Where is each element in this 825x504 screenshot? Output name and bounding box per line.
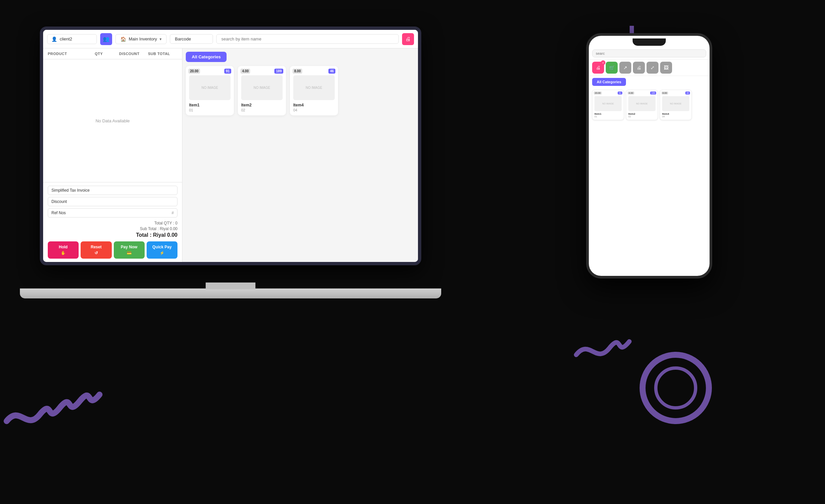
hold-icon: ✋ <box>61 251 66 255</box>
pos-header: 👤 client2 👥 🏠 Main Inventory ▾ Barcode 🖨 <box>43 30 418 49</box>
total-qty: Total QTY : 0 <box>48 221 177 226</box>
product-price-badge: 8.00 <box>293 69 302 74</box>
phone-product-code: 02 <box>628 115 656 118</box>
inventory-name: Main Inventory <box>129 36 157 41</box>
cart-col-product: PRODUCT <box>48 52 93 56</box>
phone-search-bar <box>589 48 709 60</box>
phone-product-price: 8.00 <box>662 91 668 94</box>
product-card[interactable]: 8.00 46 NO IMAGE Item4 04 <box>290 66 338 115</box>
svg-point-1 <box>656 368 696 408</box>
phone-product-stock: 189 <box>650 91 656 94</box>
reset-button[interactable]: Reset ↺ <box>81 241 111 259</box>
inventory-selector[interactable]: 🏠 Main Inventory ▾ <box>116 34 166 44</box>
phone-product-image: NO IMAGE <box>628 96 656 111</box>
products-grid: 20.00 91 NO IMAGE Item1 01 4.00 189 NO I… <box>186 66 415 115</box>
phone-product-name: Item4 <box>662 112 689 115</box>
product-price-badge: 4.00 <box>240 69 250 74</box>
phone-search-input[interactable] <box>592 50 706 57</box>
pay-now-icon: 💳 <box>127 251 132 255</box>
phone-device: 🖨 0 🛒 ↗ 🖨 ⤢ 🖼 All Categories 20.00 91 NO… <box>586 33 712 278</box>
wave-left-decoration <box>0 338 116 438</box>
action-buttons: Hold ✋ Reset ↺ Pay Now 💳 <box>48 241 177 259</box>
phone-action-bar: 🖨 0 🛒 ↗ 🖨 ⤢ 🖼 <box>589 60 709 76</box>
product-image: NO IMAGE <box>293 75 335 100</box>
quick-pay-icon: ⚡ <box>160 251 164 255</box>
hold-button[interactable]: Hold ✋ <box>48 241 79 259</box>
phone-product-code: 01 <box>594 115 622 118</box>
hold-label: Hold <box>59 245 68 249</box>
sub-total: Sub Total : Riyal 0.00 <box>48 227 177 231</box>
client-name: client2 <box>60 36 72 41</box>
chevron-down-icon: ▾ <box>160 37 161 41</box>
wave-right-decoration <box>559 322 726 471</box>
categories-bar: All Categories <box>186 52 415 62</box>
product-price-badge: 20.00 <box>189 69 200 74</box>
laptop-stand <box>206 282 255 289</box>
client-icon: 👤 <box>52 36 57 42</box>
phone-product-card[interactable]: 8.00 46 NO IMAGE Item4 04 <box>660 90 692 120</box>
cart-footer: Simplified Tax Invoice Discount Ref Nos … <box>43 182 182 262</box>
quick-pay-label: Quick Pay <box>152 245 171 249</box>
quick-pay-button[interactable]: Quick Pay ⚡ <box>147 241 177 259</box>
cart-panel: PRODUCT QTY DISCOUNT SUB TOTAL No Data A… <box>43 49 182 262</box>
discount-field[interactable]: Discount <box>48 197 177 206</box>
client-selector[interactable]: 👤 client2 <box>47 34 97 44</box>
grand-total: Total : Riyal 0.00 <box>48 232 177 238</box>
phone-expand-button[interactable]: ⤢ <box>647 62 659 74</box>
print-button[interactable]: 🖨 <box>402 33 414 45</box>
phone-products-grid: 20.00 91 NO IMAGE Item1 01 4.00 189 NO I… <box>589 88 709 122</box>
phone-frame: 🖨 0 🛒 ↗ 🖨 ⤢ 🖼 All Categories 20.00 91 NO… <box>586 33 712 278</box>
product-stock-badge: 189 <box>274 69 283 74</box>
add-client-button[interactable]: 👥 <box>100 33 112 45</box>
ref-hash-icon: # <box>171 211 174 215</box>
cart-col-discount: DISCOUNT <box>119 52 146 56</box>
cart-col-qty: QTY <box>95 52 118 56</box>
phone-product-card[interactable]: 4.00 189 NO IMAGE Item2 02 <box>626 90 658 120</box>
phone-product-card[interactable]: 20.00 91 NO IMAGE Item1 01 <box>592 90 624 120</box>
discount-label: Discount <box>52 199 67 204</box>
phone-product-price: 20.00 <box>594 91 602 94</box>
phone-all-categories-button[interactable]: All Categories <box>592 78 626 86</box>
phone-print-button[interactable]: 🖨 <box>633 62 645 74</box>
phone-product-stock: 91 <box>618 91 622 94</box>
phone-product-code: 04 <box>662 115 689 118</box>
product-image: NO IMAGE <box>241 75 283 100</box>
phone-categories-bar: All Categories <box>589 76 709 88</box>
cart-items-area: No Data Available <box>43 59 182 182</box>
product-card[interactable]: 4.00 189 NO IMAGE Item2 02 <box>238 66 286 115</box>
product-code: 01 <box>189 108 231 112</box>
phone-transfer-button[interactable]: ↗ <box>619 62 631 74</box>
all-categories-button[interactable]: All Categories <box>186 52 227 62</box>
product-stock-badge: 91 <box>224 69 231 74</box>
pay-now-label: Pay Now <box>121 245 137 249</box>
phone-receipt-button[interactable]: 🖨 0 <box>592 62 604 74</box>
reset-icon: ↺ <box>94 251 98 255</box>
product-code: 02 <box>241 108 283 112</box>
pay-now-button[interactable]: Pay Now 💳 <box>114 241 145 259</box>
invoice-type-field[interactable]: Simplified Tax Invoice <box>48 186 177 195</box>
barcode-label: Barcode <box>175 36 191 41</box>
svg-point-0 <box>643 355 709 421</box>
product-name: Item4 <box>293 103 335 107</box>
ref-field[interactable]: Ref Nos # <box>48 208 177 218</box>
phone-cart-button[interactable]: 🛒 <box>606 62 618 74</box>
product-card[interactable]: 20.00 91 NO IMAGE Item1 01 <box>186 66 234 115</box>
invoice-type-label: Simplified Tax Invoice <box>52 188 90 193</box>
phone-image-button[interactable]: 🖼 <box>660 62 672 74</box>
cart-col-subtotal: SUB TOTAL <box>148 52 177 56</box>
product-name: Item2 <box>241 103 283 107</box>
cart-header: PRODUCT QTY DISCOUNT SUB TOTAL <box>43 49 182 59</box>
phone-product-image: NO IMAGE <box>594 96 622 111</box>
phone-product-stock: 46 <box>685 91 690 94</box>
pos-main-content: PRODUCT QTY DISCOUNT SUB TOTAL No Data A… <box>43 49 418 262</box>
phone-notch <box>632 38 666 46</box>
products-panel: All Categories 20.00 91 NO IMAGE Item1 0… <box>182 49 418 262</box>
barcode-field[interactable]: Barcode <box>170 34 213 44</box>
phone-screen: 🖨 0 🛒 ↗ 🖨 ⤢ 🖼 All Categories 20.00 91 NO… <box>589 36 709 276</box>
phone-product-name: Item1 <box>594 112 622 115</box>
ref-label: Ref Nos <box>52 211 171 215</box>
inventory-icon: 🏠 <box>121 36 126 42</box>
print-icon: 🖨 <box>405 36 411 42</box>
search-input[interactable] <box>216 34 399 44</box>
pos-application: 👤 client2 👥 🏠 Main Inventory ▾ Barcode 🖨 <box>43 30 418 262</box>
